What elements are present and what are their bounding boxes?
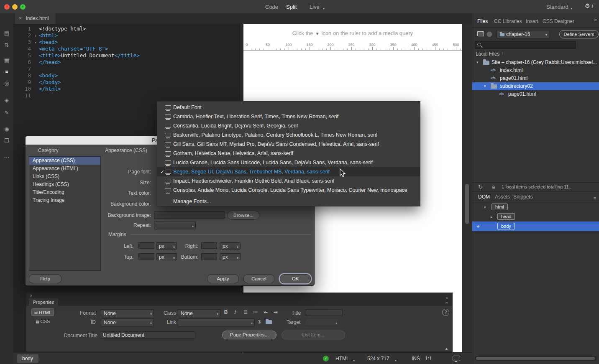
sort-direction-icon[interactable]: ↑ xyxy=(502,51,504,56)
tab-assets[interactable]: Assets xyxy=(495,194,510,200)
tab-dom[interactable]: DOM xyxy=(478,194,490,200)
font-menu-item[interactable]: Consolas, Andale Mono, Lucida Console, L… xyxy=(157,186,420,195)
font-menu-item[interactable]: Default Font xyxy=(157,103,420,112)
tab-cc-libraries[interactable]: CC Libraries xyxy=(494,18,522,24)
close-panel-icon[interactable]: × xyxy=(30,293,32,298)
live-dropdown-arrow-icon[interactable] xyxy=(323,4,325,11)
id-select[interactable]: None xyxy=(101,318,154,326)
scrollbar-thumb[interactable] xyxy=(476,357,595,360)
comments-icon[interactable]: ◉ xyxy=(0,125,13,133)
bold-button[interactable]: B xyxy=(222,309,230,315)
category-item[interactable]: Appearance (HTML) xyxy=(29,165,100,173)
assets-icon[interactable]: ▦ xyxy=(0,57,13,64)
panel-overflow-icon[interactable]: » xyxy=(594,17,597,23)
insert-icon[interactable]: ⇅ xyxy=(0,41,13,49)
close-window-button[interactable]: × xyxy=(4,4,10,10)
font-menu-item[interactable]: Gill Sans, Gill Sans MT, Myriad Pro, Dej… xyxy=(157,140,420,149)
browse-button[interactable]: Browse... xyxy=(228,211,259,220)
help-icon[interactable]: ? xyxy=(442,309,449,316)
unordered-list-button[interactable] xyxy=(241,309,250,315)
outline-icon[interactable]: ≡ xyxy=(0,68,13,76)
font-menu-item[interactable]: Gotham, Helvetica Neue, Helvetica, Arial… xyxy=(157,149,420,158)
add-element-icon[interactable]: + xyxy=(476,221,480,231)
file-tree-row-selected[interactable]: ▾ subdirectory02 xyxy=(472,82,599,90)
dom-tree-row-head[interactable]: ▸ head xyxy=(472,212,599,221)
class-select[interactable]: None xyxy=(178,309,220,317)
help-button[interactable]: Help xyxy=(29,274,61,283)
refresh-icon[interactable]: ↻ xyxy=(478,184,483,190)
doc-type-select[interactable]: HTML xyxy=(335,356,349,361)
reports-icon[interactable]: ❒ xyxy=(0,137,13,145)
zoom-window-button[interactable]: + xyxy=(20,4,26,10)
window-size-select[interactable]: 524 x 717 xyxy=(367,356,389,361)
outdent-button[interactable] xyxy=(261,309,270,315)
expand-panel-icon[interactable] xyxy=(445,344,448,351)
ok-button[interactable]: OK xyxy=(280,274,311,283)
files-icon[interactable]: ▤ xyxy=(0,30,13,37)
document-title-input[interactable] xyxy=(101,331,195,339)
define-servers-button[interactable]: Define Servers xyxy=(559,30,599,38)
tab-insert[interactable]: Insert xyxy=(526,18,538,24)
tab-close-icon[interactable]: × xyxy=(19,13,22,24)
format-select[interactable]: None xyxy=(101,309,154,317)
indent-button[interactable] xyxy=(271,309,280,315)
fold-arrow-icon[interactable]: ▾ xyxy=(32,33,39,39)
dom-tree-row-html[interactable]: ▾ html xyxy=(472,202,599,212)
link-input[interactable] xyxy=(178,318,255,326)
more-icon[interactable]: ⋯ xyxy=(0,154,13,161)
page-properties-button[interactable]: Page Properties... xyxy=(222,331,276,339)
disclosure-open-icon[interactable]: ▾ xyxy=(484,82,486,90)
margin-right-unit-select[interactable]: px xyxy=(220,242,241,249)
ordered-list-button[interactable] xyxy=(251,309,260,315)
disclosure-open-icon[interactable]: ▾ xyxy=(476,59,479,66)
workspace-switcher[interactable]: Standard xyxy=(546,4,568,10)
sync-settings-gear-icon[interactable]: ⚙ xyxy=(585,3,590,9)
browse-folder-icon[interactable] xyxy=(266,320,272,324)
disclosure-open-icon[interactable]: ▾ xyxy=(484,203,486,212)
tab-snippets[interactable]: Snippets xyxy=(513,194,533,200)
font-menu-item[interactable]: Cambria, Hoefler Text, Liberation Serif,… xyxy=(157,112,420,121)
scrollbar-thumb[interactable] xyxy=(465,184,469,224)
category-item[interactable]: Headings (CSS) xyxy=(29,181,100,188)
category-item[interactable]: Title/Encoding xyxy=(29,188,100,196)
styles-icon[interactable]: ✎ xyxy=(0,109,13,117)
fold-arrow-icon[interactable]: ▾ xyxy=(32,39,39,46)
category-item[interactable]: Links (CSS) xyxy=(29,173,100,181)
dropdown-arrow-icon[interactable] xyxy=(395,356,397,363)
device-preview-icon[interactable] xyxy=(453,356,460,361)
server-connection-icon[interactable] xyxy=(486,31,492,37)
panel-menu-icon[interactable] xyxy=(445,299,448,306)
tag-selector-body[interactable]: body xyxy=(17,354,38,363)
horizontal-scrollbar[interactable] xyxy=(475,356,597,361)
category-item[interactable]: Appearance (CSS) xyxy=(29,157,100,165)
vertical-scrollbar[interactable] xyxy=(462,24,472,352)
site-select[interactable]: chapter-16 xyxy=(497,30,549,38)
repeat-select[interactable] xyxy=(154,221,196,229)
margin-left-input[interactable] xyxy=(138,242,154,249)
view-mode-code[interactable]: Code xyxy=(265,4,278,10)
extract-icon[interactable]: ◈ xyxy=(0,97,13,104)
cancel-button[interactable]: Cancel xyxy=(243,274,274,283)
site-view-icon[interactable] xyxy=(477,31,484,36)
apply-button[interactable]: Apply xyxy=(207,274,239,283)
file-tree-row[interactable]: </> page01.html xyxy=(472,90,599,98)
css-mode-button[interactable]: ▦ CSS xyxy=(31,318,54,325)
target-select[interactable] xyxy=(305,318,339,326)
horizontal-ruler[interactable]: 0 50 100 150 200 250 300 350 400 450 500 xyxy=(243,42,462,51)
properties-tab[interactable]: Properties xyxy=(29,298,58,306)
dom-tag-chip[interactable]: body xyxy=(497,223,515,229)
tab-files[interactable]: Files xyxy=(477,18,488,24)
font-menu-item-checked[interactable]: Segoe, Segoe UI, DejaVu Sans, Trebuchet … xyxy=(157,167,420,176)
category-item[interactable]: Tracing Image xyxy=(29,196,100,204)
font-menu-item[interactable]: Lucida Grande, Lucida Sans Unicode, Luci… xyxy=(157,158,420,167)
zoom-level[interactable]: 1:1 xyxy=(425,356,432,361)
html-mode-button[interactable]: <> HTML xyxy=(31,308,54,316)
document-tab[interactable]: × index.html xyxy=(15,13,56,24)
margin-bottom-input[interactable] xyxy=(201,253,217,260)
view-mode-split[interactable]: Split xyxy=(286,4,297,10)
file-tree-row[interactable]: </> index.html xyxy=(472,66,599,74)
file-tree-row-site-root[interactable]: ▾ Site – chapter-16 (Grey Rabbit:Users:m… xyxy=(472,59,599,66)
minimize-window-button[interactable]: − xyxy=(12,4,18,10)
file-activity-icon[interactable]: ⊕ xyxy=(491,184,496,190)
margin-top-input[interactable] xyxy=(138,253,154,260)
